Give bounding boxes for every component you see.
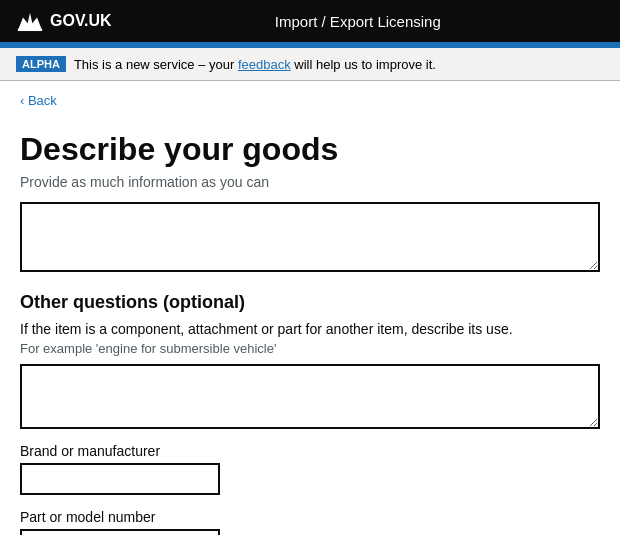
feedback-link[interactable]: feedback: [238, 57, 291, 72]
crown-icon: [16, 10, 44, 32]
page-title: Describe your goods: [20, 130, 600, 168]
svg-rect-1: [18, 29, 42, 31]
main-content: Back Describe your goods Provide as much…: [0, 81, 620, 535]
part-field-group: Part or model number: [20, 509, 600, 535]
svg-marker-0: [18, 13, 41, 29]
header-title: Import / Export Licensing: [112, 13, 604, 30]
back-link[interactable]: Back: [20, 93, 57, 108]
brand-label: Brand or manufacturer: [20, 443, 600, 459]
page-subtitle: Provide as much information as you can: [20, 174, 600, 190]
optional-hint: For example 'engine for submersible vehi…: [20, 341, 600, 356]
brand-field-group: Brand or manufacturer: [20, 443, 600, 495]
alpha-message: This is a new service – your feedback wi…: [74, 57, 436, 72]
part-label: Part or model number: [20, 509, 600, 525]
brand-input[interactable]: [20, 463, 220, 495]
optional-textarea[interactable]: [20, 364, 600, 429]
gov-logo-text: GOV.UK: [50, 12, 112, 30]
alpha-banner: ALPHA This is a new service – your feedb…: [0, 48, 620, 81]
describe-goods-textarea[interactable]: [20, 202, 600, 272]
part-input[interactable]: [20, 529, 220, 535]
optional-description: If the item is a component, attachment o…: [20, 321, 600, 337]
alpha-badge: ALPHA: [16, 56, 66, 72]
gov-logo[interactable]: GOV.UK: [16, 10, 112, 32]
header: GOV.UK Import / Export Licensing: [0, 0, 620, 42]
optional-section-heading: Other questions (optional): [20, 292, 600, 313]
